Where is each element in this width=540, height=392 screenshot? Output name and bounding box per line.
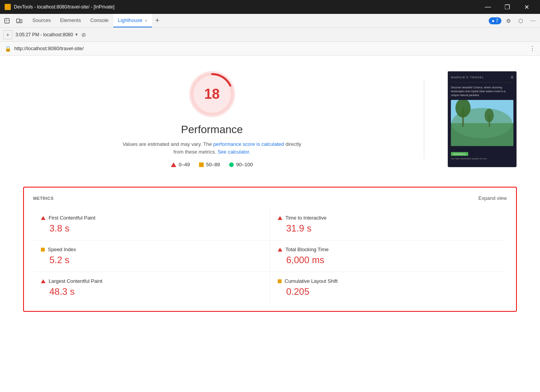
window-controls: — ❐ ✕: [479, 0, 535, 14]
url-bar: 🔒 http://localhost:8080/travel-site/ ⋮: [0, 42, 540, 56]
notification-badge[interactable]: ● 7: [489, 17, 501, 24]
mockup-logo-text: MARGIE'S TRAVEL: [451, 76, 484, 79]
tab-nav-icons: [2, 14, 25, 27]
metric-lcp: Largest Contentful Paint 48.3 s: [33, 272, 270, 303]
devtools-toolbar: + 3:05:27 PM - localhost:8080 ▼ ⊘: [0, 28, 540, 42]
maximize-button[interactable]: ❐: [498, 0, 516, 14]
settings-icon[interactable]: ⚙: [503, 15, 514, 26]
score-label: Performance: [181, 123, 243, 136]
devtools-tabbar: Sources Elements Console Lighthouse × + …: [0, 14, 540, 28]
metric-tti-name: Time to Interactive: [285, 215, 326, 221]
metric-fcp-value: 3.8 s: [49, 223, 262, 234]
devtools-tabs: Sources Elements Console Lighthouse × +: [28, 14, 489, 27]
metrics-title: METRICS: [33, 196, 54, 201]
metric-si-name: Speed Index: [48, 247, 76, 252]
landscape-svg: [451, 100, 513, 146]
metric-tbt-name: Total Blocking Time: [285, 247, 329, 252]
metric-fcp-header: First Contentful Paint: [41, 215, 262, 221]
site-screenshot: MARGIE'S TRAVEL ≡ Discover beautiful Cor…: [447, 71, 517, 167]
metric-fcp: First Contentful Paint 3.8 s: [33, 209, 270, 240]
perf-score-link[interactable]: performance score is calculated: [213, 141, 285, 147]
more-options-icon[interactable]: ⋯: [528, 15, 538, 26]
tabbar-right-controls: ● 7 ⚙ ⬡ ⋯: [489, 14, 538, 27]
metric-lcp-value: 48.3 s: [49, 286, 262, 297]
score-left-panel: 18 Performance Values are estimated and …: [23, 71, 401, 167]
close-button[interactable]: ✕: [518, 0, 535, 14]
session-info: 3:05:27 PM - localhost:8080 ▼: [15, 32, 78, 37]
svg-rect-0: [5, 19, 9, 23]
new-tab-icon[interactable]: +: [3, 30, 12, 39]
calculator-link[interactable]: See calculator.: [218, 149, 250, 155]
tab-lighthouse[interactable]: Lighthouse ×: [113, 14, 152, 27]
metric-fcp-indicator: [41, 216, 46, 220]
metric-tbt-indicator: [278, 248, 282, 252]
stop-recording-icon[interactable]: ⊘: [81, 32, 86, 38]
metric-cls-value: 0.205: [286, 286, 499, 297]
orange-square-icon: [199, 162, 204, 167]
metric-cls-indicator: [278, 279, 282, 283]
minimize-button[interactable]: —: [479, 0, 497, 14]
red-triangle-icon: [171, 162, 176, 167]
green-circle-icon: [229, 162, 234, 167]
tab-console[interactable]: Console: [86, 14, 113, 27]
score-legend: 0–49 50–89 90–100: [171, 162, 253, 167]
mockup-hero-image: [451, 100, 513, 146]
metrics-header: METRICS Expand view: [33, 195, 507, 201]
mockup-footer-text: Our best destination guides for you: [451, 157, 513, 160]
score-circle: 18: [189, 71, 235, 117]
metric-tti: Time to Interactive 31.9 s: [270, 209, 507, 240]
legend-orange: 50–89: [199, 162, 220, 167]
score-section: 18 Performance Values are estimated and …: [0, 56, 540, 179]
metric-si: Speed Index 5.2 s: [33, 240, 270, 272]
url-more-icon[interactable]: ⋮: [529, 45, 535, 52]
security-icon: 🔒: [5, 46, 11, 52]
metric-lcp-header: Largest Contentful Paint: [41, 278, 262, 284]
metric-tbt: Total Blocking Time 6,000 ms: [270, 240, 507, 272]
tab-close-icon[interactable]: ×: [145, 18, 147, 23]
metric-cls-name: Cumulative Layout Shift: [285, 278, 338, 284]
titlebar: DevTools - localhost:8080/travel-site/ -…: [0, 0, 540, 14]
svg-point-12: [484, 109, 494, 122]
inspect-icon[interactable]: [2, 15, 12, 26]
section-divider: [424, 79, 424, 160]
legend-red: 0–49: [171, 162, 190, 167]
dock-icon[interactable]: ⬡: [515, 15, 526, 26]
lighthouse-panel: 18 Performance Values are estimated and …: [0, 56, 540, 392]
metric-tbt-value: 6,000 ms: [286, 255, 499, 265]
metric-fcp-name: First Contentful Paint: [49, 215, 95, 221]
tab-elements[interactable]: Elements: [56, 14, 86, 27]
metric-cls: Cumulative Layout Shift 0.205: [270, 272, 507, 303]
session-dropdown-icon[interactable]: ▼: [74, 32, 78, 37]
svg-rect-2: [20, 20, 22, 23]
metric-si-indicator: [41, 248, 45, 252]
metric-cls-header: Cumulative Layout Shift: [278, 278, 499, 284]
score-description: Values are estimated and may vary. The p…: [120, 140, 305, 155]
mockup-menu-icon: ≡: [511, 74, 513, 80]
tab-sources[interactable]: Sources: [28, 14, 56, 27]
metrics-section: METRICS Expand view First Contentful Pai…: [23, 187, 517, 312]
metric-tti-indicator: [278, 216, 282, 220]
score-circle-background: 18: [189, 71, 235, 117]
url-text: http://localhost:8080/travel-site/: [14, 46, 526, 51]
mockup-header: MARGIE'S TRAVEL ≡: [451, 74, 513, 83]
metric-si-header: Speed Index: [41, 247, 262, 252]
metrics-grid: First Contentful Paint 3.8 s Time to Int…: [33, 209, 507, 303]
expand-view-button[interactable]: Expand view: [478, 195, 507, 201]
window-title: DevTools - localhost:8080/travel-site/ -…: [14, 4, 479, 10]
score-value: 18: [204, 86, 219, 102]
site-mockup: MARGIE'S TRAVEL ≡ Discover beautiful Cor…: [448, 71, 516, 163]
metric-si-value: 5.2 s: [49, 255, 262, 265]
device-toolbar-icon[interactable]: [14, 15, 25, 26]
legend-green: 90–100: [229, 162, 253, 167]
metric-lcp-indicator: [41, 279, 46, 283]
mockup-destinations-badge: Destinations: [451, 152, 468, 156]
metric-lcp-name: Largest Contentful Paint: [49, 278, 102, 284]
mockup-hero-text: Discover beautiful Corsica, where stunni…: [451, 86, 513, 97]
notification-icon: ●: [492, 18, 496, 24]
metric-tbt-header: Total Blocking Time: [278, 247, 499, 252]
metric-tti-value: 31.9 s: [286, 223, 499, 234]
add-tab-button[interactable]: +: [152, 15, 163, 26]
metric-tti-header: Time to Interactive: [278, 215, 499, 221]
devtools-icon: [5, 4, 11, 10]
